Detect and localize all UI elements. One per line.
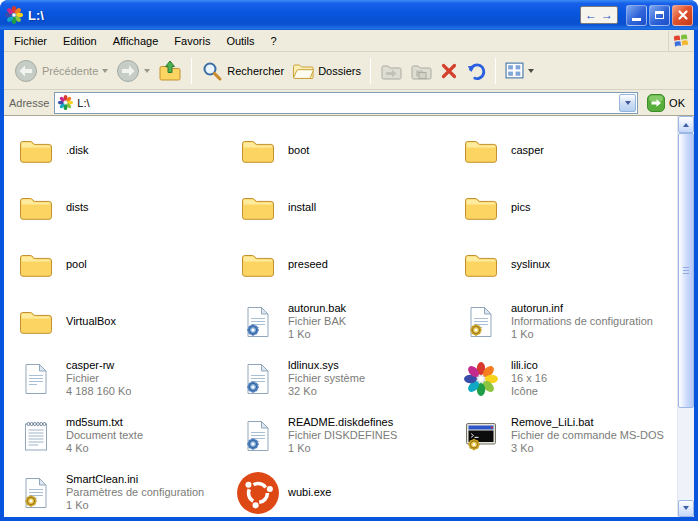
- file-detail: 4 Ko: [66, 442, 143, 455]
- folders-icon: [292, 60, 314, 82]
- move-to-folder-icon: [380, 60, 402, 82]
- system-file-icon: [236, 414, 280, 458]
- go-arrow-icon: [647, 94, 665, 112]
- file-name: ldlinux.sys: [288, 359, 365, 372]
- file-name: autorun.inf: [511, 302, 653, 315]
- views-grid-icon: [505, 61, 524, 80]
- menu-edition[interactable]: Edition: [55, 32, 105, 50]
- maximize-button[interactable]: [649, 5, 670, 26]
- folder-icon: [14, 129, 58, 173]
- file-tile[interactable]: pool: [14, 243, 236, 287]
- window-body: Fichier Edition Affichage Favoris Outils…: [4, 30, 694, 517]
- file-tile[interactable]: ldlinux.sysFichier système32 Ko: [236, 357, 459, 401]
- nav-arrows-button[interactable]: ←→: [580, 6, 618, 24]
- file-tile[interactable]: md5sum.txtDocument texte4 Ko: [14, 414, 236, 458]
- forward-dropdown-icon: [144, 69, 150, 76]
- config-file-icon: [459, 300, 503, 344]
- scroll-down-button[interactable]: [678, 500, 694, 517]
- file-name: preseed: [288, 258, 328, 271]
- file-name: dists: [66, 201, 89, 214]
- file-name: VirtualBox: [66, 315, 116, 328]
- file-tile[interactable]: syslinux: [459, 243, 677, 287]
- drive-icon: [58, 95, 73, 110]
- scrollbar-thumb[interactable]: [678, 133, 694, 408]
- file-name: wubi.exe: [288, 486, 331, 499]
- file-tile[interactable]: VirtualBox: [14, 300, 236, 344]
- content-area: .diskbootcasperdistsinstallpicspoolprese…: [4, 116, 694, 517]
- file-name: syslinux: [511, 258, 550, 271]
- file-name: SmartClean.ini: [66, 473, 204, 486]
- forward-button[interactable]: [112, 56, 154, 86]
- address-combo[interactable]: [54, 92, 638, 114]
- file-tile[interactable]: autorun.bakFichier BAK1 Ko: [236, 300, 459, 344]
- address-input[interactable]: [77, 93, 615, 113]
- toolbar-separator: [495, 58, 496, 84]
- file-tile[interactable]: casper: [459, 129, 677, 173]
- file-name: md5sum.txt: [66, 416, 143, 429]
- file-tile[interactable]: pics: [459, 186, 677, 230]
- file-tile[interactable]: install: [236, 186, 459, 230]
- back-button[interactable]: Précédente: [10, 56, 112, 86]
- file-tile[interactable]: .disk: [14, 129, 236, 173]
- arrow-up-icon: [683, 120, 689, 127]
- file-tile[interactable]: boot: [236, 129, 459, 173]
- vertical-scrollbar[interactable]: [677, 116, 694, 517]
- folder-icon: [14, 300, 58, 344]
- menu-favoris[interactable]: Favoris: [166, 32, 218, 50]
- close-button[interactable]: [672, 5, 693, 26]
- file-detail: 1 Ko: [288, 328, 346, 341]
- chevron-down-icon: [625, 101, 631, 108]
- delete-button[interactable]: [436, 59, 462, 83]
- text-file-icon: [14, 414, 58, 458]
- scroll-up-button[interactable]: [678, 116, 694, 133]
- menu-outils[interactable]: Outils: [218, 32, 262, 50]
- file-detail: 16 x 16: [511, 372, 547, 385]
- system-file-icon: [236, 357, 280, 401]
- file-detail: 3 Ko: [511, 442, 664, 455]
- address-dropdown-button[interactable]: [619, 94, 636, 112]
- copy-to-button[interactable]: [406, 57, 436, 85]
- delete-x-icon: [440, 62, 458, 80]
- address-bar: Adresse OK: [4, 90, 694, 116]
- undo-button[interactable]: [462, 58, 490, 84]
- file-name: .disk: [66, 144, 89, 157]
- msdos-file-icon: [459, 414, 503, 458]
- toolbar-separator: [191, 58, 192, 84]
- up-button[interactable]: [154, 56, 186, 86]
- folders-button[interactable]: Dossiers: [288, 57, 365, 85]
- file-tile[interactable]: SmartClean.iniParamètres de configuratio…: [14, 471, 236, 515]
- file-detail: 1 Ko: [511, 328, 653, 341]
- title-bar[interactable]: L:\ ←→: [0, 0, 698, 30]
- back-icon: [14, 59, 38, 83]
- views-button[interactable]: [501, 58, 538, 83]
- menu-aide[interactable]: ?: [263, 32, 285, 50]
- file-tile[interactable]: Remove_LiLi.batFichier de commande MS-DO…: [459, 414, 677, 458]
- file-tile[interactable]: README.diskdefinesFichier DISKDEFINES1 K…: [236, 414, 459, 458]
- menu-affichage[interactable]: Affichage: [105, 32, 167, 50]
- file-grid: .diskbootcasperdistsinstallpicspoolprese…: [4, 116, 677, 517]
- file-tile[interactable]: wubi.exe: [236, 471, 459, 515]
- file-tile[interactable]: dists: [14, 186, 236, 230]
- move-to-button[interactable]: [376, 57, 406, 85]
- folder-icon: [236, 186, 280, 230]
- file-tile[interactable]: lili.ico16 x 16Icône: [459, 357, 677, 401]
- toolbar-separator: [370, 58, 371, 84]
- search-button[interactable]: Rechercher: [197, 57, 288, 85]
- file-tile[interactable]: preseed: [236, 243, 459, 287]
- close-icon: [676, 8, 690, 22]
- copy-to-folder-icon: [410, 60, 432, 82]
- window-title: L:\: [28, 8, 580, 23]
- go-button[interactable]: OK: [643, 93, 689, 113]
- system-file-icon: [236, 300, 280, 344]
- menu-fichier[interactable]: Fichier: [6, 32, 55, 50]
- file-detail: Fichier DISKDEFINES: [288, 429, 397, 442]
- file-icon: [14, 357, 58, 401]
- folders-label: Dossiers: [318, 65, 361, 77]
- lili-flower-icon: [5, 6, 23, 24]
- minimize-button[interactable]: [626, 5, 647, 26]
- file-tile[interactable]: casper-rwFichier4 188 160 Ko: [14, 357, 236, 401]
- folder-icon: [459, 186, 503, 230]
- scrollbar-track[interactable]: [678, 133, 694, 500]
- right-arrow-icon: →: [601, 9, 613, 21]
- file-tile[interactable]: autorun.infInformations de configuration…: [459, 300, 677, 344]
